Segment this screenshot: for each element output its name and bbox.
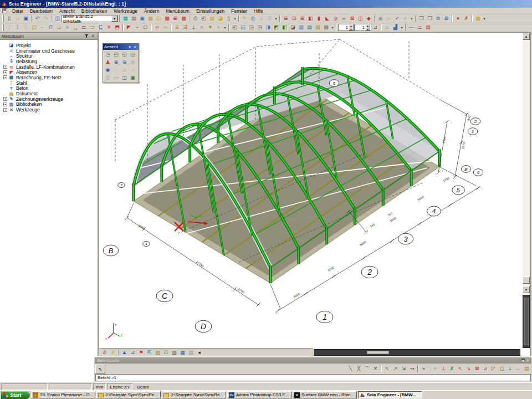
sidebar-item-werkzeuge[interactable]: +✕Werkzeuge (3, 107, 98, 112)
menu-item-werkzeuge[interactable]: Werkzeuge (110, 8, 141, 14)
render-mode-icon[interactable]: ◩ (272, 24, 280, 32)
sidebar-item-struktur[interactable]: ⌐Struktur (3, 53, 98, 59)
cross-section-6-icon[interactable]: ⊓ (47, 24, 55, 32)
snap-angle-icon[interactable]: ⌳ (514, 365, 523, 373)
active-document-icon[interactable] (2, 8, 7, 13)
temperature-icon[interactable]: ≈ (214, 24, 223, 32)
draw-arc-icon[interactable]: ⌒ (363, 365, 371, 373)
wire-mode-icon[interactable]: ◧ (280, 24, 289, 32)
close-icon[interactable]: ✕ (90, 33, 96, 39)
zoom-all-icon[interactable]: ◉ (104, 66, 112, 74)
pick-edge-icon[interactable]: ↗ (391, 365, 400, 373)
tree-expand-icon[interactable]: + (3, 97, 7, 101)
zoom-out-icon[interactable]: ⊖ (120, 58, 129, 66)
profile-lib-icon[interactable]: ⬒ (113, 24, 121, 32)
draw-polyline-icon[interactable]: ╳ (355, 365, 363, 373)
light-icon[interactable]: ☼ (129, 66, 137, 74)
column-icon[interactable]: ⊡ (290, 15, 298, 23)
layout-icon[interactable]: ⊞ (171, 15, 180, 23)
cross-section-8-icon[interactable]: ⌗ (63, 24, 71, 32)
doc-view-icon[interactable]: ▤ (187, 349, 195, 357)
surface-icon[interactable]: ▤ (305, 24, 314, 32)
start-button[interactable]: Start (1, 391, 30, 399)
command-line-header[interactable]: Befehlszeile ✕ (95, 357, 531, 364)
polygon-tool-icon[interactable]: ⬠ (141, 24, 150, 32)
tile-window-icon[interactable]: ❒ (426, 15, 434, 23)
taskbar-task-button[interactable]: Scia Engineer - [BMW... (358, 391, 422, 398)
clean-icon[interactable]: ✗ (462, 15, 470, 23)
toolbar-more-icon[interactable]: ▾ (330, 24, 335, 32)
shade-mode-icon[interactable]: ◪ (289, 24, 297, 32)
clipboard-icon[interactable]: ◫ (155, 15, 163, 23)
gallery-icon[interactable]: ▤ (208, 15, 216, 23)
regions-icon[interactable]: ▨ (146, 15, 155, 23)
toolbar-more-icon[interactable]: ▾ (482, 15, 487, 23)
open-icon[interactable]: ▱ (13, 15, 22, 23)
save-icon[interactable]: ▣ (22, 15, 30, 23)
pin-icon[interactable] (84, 33, 89, 39)
draw-line-icon[interactable]: ╲ (346, 365, 355, 373)
haunch-icon[interactable]: ◣ (323, 15, 331, 23)
view-top-icon[interactable]: ◰ (231, 24, 239, 32)
sidebar-item-stahl[interactable]: ⌶Stahl (3, 80, 98, 86)
tree-expand-icon[interactable]: + (3, 108, 7, 112)
beam-icon[interactable]: ⊟ (282, 15, 290, 23)
hatch-icon[interactable]: ✳ (105, 24, 113, 32)
taskbar-task-button[interactable]: J:\Seagate Sync\SyncRe... (96, 391, 161, 398)
window-settings-icon[interactable]: ◫ (120, 74, 129, 81)
flag-icon[interactable]: ⚑ (137, 349, 145, 357)
snap-end-icon[interactable]: ↖ (456, 365, 464, 373)
view-persp-icon[interactable]: ◨ (264, 24, 272, 32)
stamp-icon[interactable]: ✎ (241, 15, 249, 23)
menu-item-ändern[interactable]: Ändern (141, 8, 162, 14)
render-icon[interactable]: ▧ (154, 349, 162, 357)
opening-icon[interactable]: ▰ (340, 15, 348, 23)
info-icon[interactable]: ⌷ (265, 15, 274, 23)
draw-delete-icon[interactable]: ✕ (371, 365, 380, 373)
new-document-icon[interactable]: ▯ (5, 15, 13, 23)
taskbar-task-button[interactable]: ♪35. Enrico Pieranunzi - O... (31, 391, 95, 398)
arbitrary-member-icon[interactable]: ◶ (331, 15, 340, 23)
rib-icon[interactable]: ▮ (315, 15, 323, 23)
visibility-icon[interactable]: ● (454, 15, 462, 23)
status-plane[interactable]: Ebene XY (107, 383, 132, 390)
scale-spinner[interactable]: 1 ▲▼ (338, 24, 355, 31)
taskbar-task-button[interactable]: PsAdobe Photoshop CS3 E... (227, 391, 291, 398)
storey-icon[interactable]: ▤ (424, 24, 432, 32)
axo-marker-icon[interactable]: ▲ (120, 349, 129, 357)
menu-tree-header[interactable]: Menübaum ✕ (0, 33, 98, 40)
snap-int-icon[interactable]: ⊠ (473, 365, 481, 373)
factor-spinner[interactable]: 1 ▲▼ (355, 24, 371, 31)
pick-face-icon[interactable]: ⇲ (400, 365, 408, 373)
zoom-doc-icon[interactable]: ◎ (249, 15, 257, 23)
calendar-icon[interactable]: ▦ (474, 15, 482, 23)
menu-item-bearbeiten[interactable]: Bearbeiten (27, 8, 56, 14)
support-icon[interactable]: ⊥ (190, 24, 198, 32)
dimension-icon[interactable]: ⚌ (416, 24, 424, 32)
close-icon[interactable]: ✕ (526, 359, 529, 363)
model-3d-view[interactable]: 3000277502790300050005000500050003750650… (99, 33, 531, 356)
command-input[interactable]: Befehl >1 (95, 374, 531, 381)
project-combobox[interactable]: BMW-Stand5.2-DINstatik ▼ (62, 15, 118, 22)
chevron-down-icon[interactable]: ▼ (127, 45, 132, 49)
snap-mid-icon[interactable]: ✗ (448, 365, 456, 373)
sidebar-item-bibliotheken[interactable]: +▥Bibliotheken (3, 102, 98, 108)
menu-item-ansicht[interactable]: Ansicht (56, 8, 78, 14)
mesh-icon[interactable]: ▩ (163, 15, 171, 23)
axis-icon[interactable]: ⇱ (145, 349, 154, 357)
tree-expand-icon[interactable]: + (3, 70, 7, 74)
cross-section-11-icon[interactable]: ⊐ (88, 24, 96, 32)
load-point-icon[interactable]: ⇊ (173, 24, 181, 32)
snap-length-icon[interactable]: ⇣ (506, 365, 514, 373)
volume-icon[interactable]: ▥ (297, 24, 305, 32)
drawing-area[interactable]: 3000277502790300050005000500050003750650… (98, 32, 531, 356)
pick-node-icon[interactable]: ↖ (383, 365, 391, 373)
sidebar-item-berechnung-fe-netz[interactable]: +▦Berechnung, FE-Netz (3, 75, 98, 80)
project-window-icon[interactable]: ◫ (53, 15, 62, 23)
view-front-icon[interactable]: ◱ (239, 24, 247, 32)
sidebar-item-lastf-lle-lf-kombinationen[interactable]: +⚍Lastfälle, LF-Kombinationen (3, 64, 98, 70)
toolbar-grip[interactable] (2, 16, 4, 22)
load-line-icon[interactable]: ⇶ (181, 24, 190, 32)
view-axo-1-icon[interactable]: ◳ (104, 50, 112, 58)
wall-icon[interactable]: ◧ (306, 15, 315, 23)
